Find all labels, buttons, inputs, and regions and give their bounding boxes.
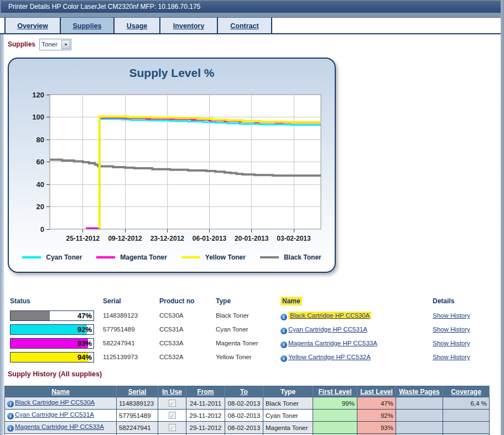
tab-usage[interactable]: Usage	[115, 18, 160, 33]
status-name: iCyan Cartridge HP CC531A	[280, 326, 367, 334]
history-header-from[interactable]: From	[186, 386, 225, 397]
svg-text:120: 120	[32, 91, 44, 99]
history-header-name[interactable]: Name	[5, 386, 117, 397]
status-product-no: CC530A	[159, 312, 183, 319]
history-header-coverage[interactable]: Coverage	[443, 386, 490, 397]
history-type-cell: Cyan Toner	[263, 410, 313, 422]
svg-text:100: 100	[32, 113, 44, 121]
history-serial-cell: 582247941	[117, 422, 158, 434]
history-to-cell: 08-02-2013	[225, 410, 263, 422]
history-waste-pages-cell	[396, 397, 443, 410]
supply-level-bar-fill	[11, 325, 87, 334]
history-row: iCyan Cartridge HP CC531A577951489✓29-11…	[5, 410, 490, 422]
chart-title: Supply Level %	[9, 66, 335, 80]
history-last-level-cell: 93%	[357, 422, 396, 434]
chevron-down-icon[interactable]: ▼	[61, 40, 70, 49]
supply-name-link[interactable]: Magenta Cartridge HP CC533A	[288, 340, 377, 346]
tab-overview[interactable]: Overview	[4, 18, 61, 33]
info-icon[interactable]: i	[7, 401, 14, 407]
legend-label: Cyan Toner	[46, 253, 82, 261]
status-type: Magenta Toner	[216, 340, 258, 346]
show-history-link[interactable]: Show History	[433, 340, 470, 346]
info-icon[interactable]: i	[280, 341, 287, 348]
status-details: Show History	[433, 340, 470, 346]
info-icon[interactable]: i	[7, 425, 14, 432]
history-from-cell: 24-11-2011	[186, 397, 225, 410]
tab-bar-underline	[0, 33, 501, 34]
history-waste-pages-cell	[396, 422, 443, 434]
history-serial-cell: 577951489	[117, 410, 158, 422]
tab-bar: OverviewSuppliesUsageInventoryContract	[4, 18, 272, 33]
history-header-label: Name	[51, 388, 70, 396]
status-details: Show History	[433, 354, 470, 360]
info-icon[interactable]: i	[280, 314, 287, 320]
supply-level-bar-fill	[11, 339, 88, 348]
legend-label: Black Toner	[284, 253, 321, 261]
tab-label: Overview	[17, 22, 48, 30]
in-use-checkbox[interactable]: ✓	[169, 400, 176, 407]
status-header-type: Type	[216, 297, 231, 305]
tab-supplies[interactable]: Supplies	[61, 18, 115, 33]
title-sub-band	[0, 13, 501, 18]
history-to-cell: 08-02-2013	[225, 397, 263, 410]
in-use-checkbox[interactable]: ✓	[169, 424, 176, 431]
tab-inventory[interactable]: Inventory	[160, 18, 218, 33]
svg-text:80: 80	[37, 136, 44, 144]
svg-text:25-11-2012: 25-11-2012	[66, 235, 100, 242]
history-header-waste-pages[interactable]: Waste Pages	[396, 386, 443, 397]
history-header-serial[interactable]: Serial	[117, 386, 158, 397]
supply-name-link[interactable]: Cyan Cartridge HP CC531A	[288, 326, 367, 333]
supplies-filter-row: Supplies Toner ▼	[8, 38, 71, 50]
history-type-cell: Black Toner	[263, 397, 313, 410]
in-use-checkbox[interactable]: ✓	[169, 412, 176, 419]
supplies-dropdown[interactable]: Toner ▼	[39, 39, 71, 50]
window-title: Printer Details HP Color LaserJet CM2320…	[8, 3, 200, 11]
history-header-label: First Level	[318, 388, 351, 396]
legend-item-yellow-toner: Yellow Toner	[181, 253, 246, 261]
history-name-link[interactable]: Magenta Cartridge HP CC533A	[15, 423, 104, 430]
history-last-level-cell: 47%	[357, 397, 396, 410]
history-header-last-level[interactable]: Last Level	[357, 386, 396, 397]
status-header-product-no: Product no	[159, 297, 194, 305]
status-row: 94%1125139973CC532AYellow ToneriYellow C…	[0, 352, 501, 366]
legend-swatch	[260, 256, 279, 258]
status-product-no: CC531A	[159, 326, 183, 333]
show-history-link[interactable]: Show History	[433, 326, 470, 333]
history-to-cell: 08-02-2013	[225, 422, 263, 434]
status-row: 93%582247941CC533AMagenta ToneriMagenta …	[0, 338, 501, 352]
status-details: Show History	[433, 326, 470, 333]
status-serial: 1125139973	[103, 354, 138, 360]
tab-label: Contract	[230, 22, 258, 30]
tab-contract[interactable]: Contract	[218, 18, 272, 33]
history-name-link[interactable]: Cyan Cartridge HP CC531A	[15, 411, 94, 418]
supply-level-percent: 92%	[77, 325, 92, 334]
svg-text:60: 60	[37, 158, 44, 166]
supply-name-link[interactable]: Yellow Cartridge HP CC532A	[288, 354, 371, 360]
history-last-level-cell: 92%	[357, 410, 396, 422]
status-serial: 582247941	[103, 340, 135, 346]
supply-level-chart: 02040608010012025-11-201209-12-201223-12…	[20, 85, 330, 251]
info-icon[interactable]: i	[280, 355, 287, 362]
info-icon[interactable]: i	[280, 328, 287, 334]
history-name-link[interactable]: Black Cartridge HP CC530A	[15, 399, 95, 406]
history-coverage-cell	[443, 410, 490, 422]
history-header-first-level[interactable]: First Level	[313, 386, 357, 397]
history-header-label: Type	[280, 388, 295, 396]
legend-label: Yellow Toner	[205, 253, 246, 261]
supply-name-link[interactable]: Black Cartridge HP CC530A	[288, 312, 371, 319]
status-serial: 577951489	[103, 326, 135, 333]
svg-text:23-12-2012: 23-12-2012	[150, 235, 185, 242]
status-details: Show History	[433, 312, 470, 319]
info-icon[interactable]: i	[7, 413, 14, 420]
svg-text:0: 0	[40, 225, 44, 234]
history-header-in-use[interactable]: In Use	[158, 386, 186, 397]
history-type-cell: Magenta Toner	[263, 422, 313, 434]
show-history-link[interactable]: Show History	[433, 312, 470, 319]
supply-history-table: NameSerialIn UseFromToTypeFirst LevelLas…	[4, 386, 490, 435]
status-name: iYellow Cartridge HP CC532A	[280, 354, 371, 362]
status-header-name: Name	[280, 297, 302, 305]
status-type: Black Toner	[216, 312, 249, 319]
history-header-to[interactable]: To	[225, 386, 263, 397]
history-name-cell: iBlack Cartridge HP CC530A	[5, 397, 117, 410]
show-history-link[interactable]: Show History	[433, 354, 470, 360]
